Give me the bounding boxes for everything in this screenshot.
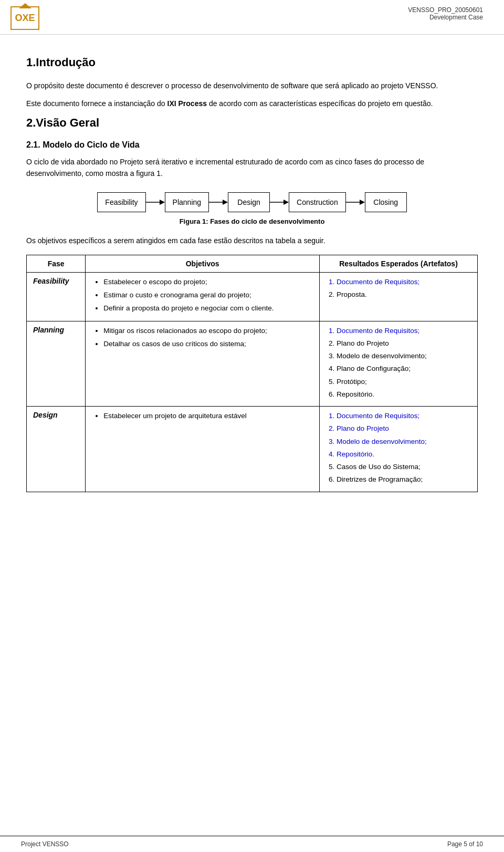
ixi-process-bold: IXI Process bbox=[167, 99, 207, 108]
list-item: Plano do Projeto bbox=[337, 338, 471, 349]
list-item: Casos de Uso do Sistema; bbox=[337, 462, 471, 472]
doc-type: Development Case bbox=[408, 14, 483, 21]
phase-planning: Planning bbox=[165, 192, 209, 212]
table-row-fase-2: Design bbox=[27, 407, 86, 492]
doc-id: VENSSO_PRO_20050601 bbox=[408, 6, 483, 14]
arrow-2 bbox=[209, 197, 228, 207]
page-footer: Project VENSSO Page 5 of 10 bbox=[0, 836, 504, 852]
phase-feasibility: Feasibility bbox=[97, 192, 145, 212]
main-content: 1.Introdução O propósito deste documento… bbox=[0, 35, 504, 534]
list-item: Plano de Configuração; bbox=[337, 363, 471, 374]
list-item: Mitigar os riscos relacionados ao escopo… bbox=[103, 326, 313, 336]
list-item: Definir a proposta do projeto e negociar… bbox=[103, 303, 313, 314]
table-row-fase-0: Feasibility bbox=[27, 272, 86, 321]
list-item: Protótipo; bbox=[337, 377, 471, 387]
figure-caption: Figura 1: Fases do ciclo de desenvolvime… bbox=[26, 217, 478, 225]
logo: OXE bbox=[10, 6, 39, 30]
svg-marker-5 bbox=[284, 200, 289, 205]
list-item: Plano do Projeto bbox=[337, 423, 471, 434]
list-item: Detalhar os casos de uso críticos do sis… bbox=[103, 339, 313, 349]
phase-design: Design bbox=[228, 192, 270, 212]
phase-closing: Closing bbox=[365, 192, 407, 212]
svg-marker-3 bbox=[223, 200, 228, 205]
page-header: OXE VENSSO_PRO_20050601 Development Case bbox=[0, 0, 504, 35]
svg-marker-1 bbox=[160, 200, 165, 205]
section1-para1: O propósito deste documento é descrever … bbox=[26, 80, 478, 91]
col-obj: Objetivos bbox=[86, 255, 320, 272]
list-item: Estabelecer um projeto de arquitetura es… bbox=[103, 411, 313, 421]
section2-title: 2.Visão Geral bbox=[26, 116, 478, 130]
logo-text: OXE bbox=[15, 13, 35, 24]
list-item: Modelo de desenvolvimento; bbox=[337, 437, 471, 447]
list-item: Estabelecer o escopo do projeto; bbox=[103, 277, 313, 287]
list-item: Estimar o custo e cronograma geral do pr… bbox=[103, 290, 313, 300]
list-item: Repositório. bbox=[337, 389, 471, 400]
arrow-1 bbox=[146, 197, 165, 207]
subsection21-para: O ciclo de vida abordado no Projeto será… bbox=[26, 156, 478, 180]
footer-left: Project VENSSO bbox=[21, 840, 69, 848]
table-row-res-0: Documento de Requisitos;Proposta. bbox=[320, 272, 478, 321]
table-row-obj-2: Estabelecer um projeto de arquitetura es… bbox=[86, 407, 320, 492]
intro-table-text: Os objetivos específicos a serem atingid… bbox=[26, 235, 478, 246]
col-fase: Fase bbox=[27, 255, 86, 272]
svg-marker-7 bbox=[360, 200, 365, 205]
logo-area: OXE bbox=[10, 6, 39, 30]
footer-right: Page 5 of 10 bbox=[447, 840, 483, 848]
phases-table: Fase Objetivos Resultados Esperados (Art… bbox=[26, 255, 478, 492]
table-row-res-1: Documento de Requisitos;Plano do Projeto… bbox=[320, 321, 478, 407]
phase-construction: Construction bbox=[289, 192, 346, 212]
subsection21-title: 2.1. Modelo do Ciclo de Vida bbox=[26, 140, 478, 150]
table-row-res-2: Documento de Requisitos;Plano do Projeto… bbox=[320, 407, 478, 492]
list-item: Documento de Requisitos; bbox=[337, 411, 471, 421]
arrow-4 bbox=[346, 197, 365, 207]
arrow-3 bbox=[270, 197, 289, 207]
section1-title: 1.Introdução bbox=[26, 56, 478, 69]
list-item: Modelo de desenvolvimento; bbox=[337, 351, 471, 361]
list-item: Repositório. bbox=[337, 449, 471, 460]
header-title: VENSSO_PRO_20050601 Development Case bbox=[408, 6, 483, 21]
table-row-fase-1: Planning bbox=[27, 321, 86, 407]
process-flow-diagram: Feasibility Planning Design bbox=[26, 192, 478, 212]
list-item: Proposta. bbox=[337, 289, 471, 300]
list-item: Diretrizes de Programação; bbox=[337, 474, 471, 485]
table-row-obj-0: Estabelecer o escopo do projeto;Estimar … bbox=[86, 272, 320, 321]
list-item: Documento de Requisitos; bbox=[337, 326, 471, 336]
table-row-obj-1: Mitigar os riscos relacionados ao escopo… bbox=[86, 321, 320, 407]
col-res: Resultados Esperados (Artefatos) bbox=[320, 255, 478, 272]
section1-para2: Este documento fornece a instanciação do… bbox=[26, 98, 478, 109]
list-item: Documento de Requisitos; bbox=[337, 277, 471, 287]
